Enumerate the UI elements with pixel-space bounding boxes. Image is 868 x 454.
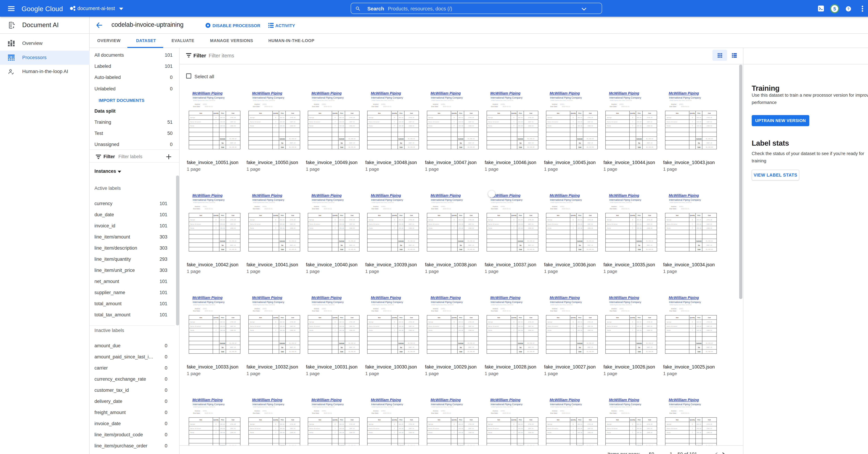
svg-text:5: 5 <box>833 6 836 11</box>
